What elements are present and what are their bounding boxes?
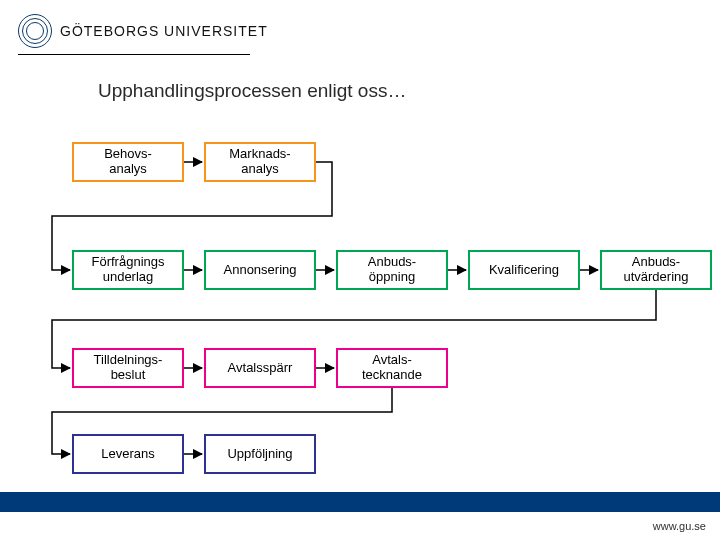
box-leverans: Leverans	[72, 434, 184, 474]
box-avtalstecknande: Avtals-tecknande	[336, 348, 448, 388]
box-avtalssparr: Avtalsspärr	[204, 348, 316, 388]
footer-bar	[0, 492, 720, 512]
footer-url: www.gu.se	[653, 520, 706, 532]
slide: GÖTEBORGS UNIVERSITET Upphandlingsproces…	[0, 0, 720, 540]
university-seal-icon	[18, 14, 52, 48]
box-anbudsutvardering: Anbuds-utvärdering	[600, 250, 712, 290]
box-kvalificering: Kvalificering	[468, 250, 580, 290]
university-name: GÖTEBORGS UNIVERSITET	[60, 23, 268, 39]
page-title: Upphandlingsprocessen enligt oss…	[98, 80, 406, 102]
box-annonsering: Annonsering	[204, 250, 316, 290]
logo-underline	[18, 54, 250, 55]
box-forfragningsunderlag: Förfrågningsunderlag	[72, 250, 184, 290]
box-behovsanalys: Behovs-analys	[72, 142, 184, 182]
box-anbudsoppning: Anbuds-öppning	[336, 250, 448, 290]
box-tilldelningsbeslut: Tilldelnings-beslut	[72, 348, 184, 388]
box-marknadsanalys: Marknads-analys	[204, 142, 316, 182]
logo-bar: GÖTEBORGS UNIVERSITET	[18, 14, 268, 48]
box-uppfoljning: Uppföljning	[204, 434, 316, 474]
